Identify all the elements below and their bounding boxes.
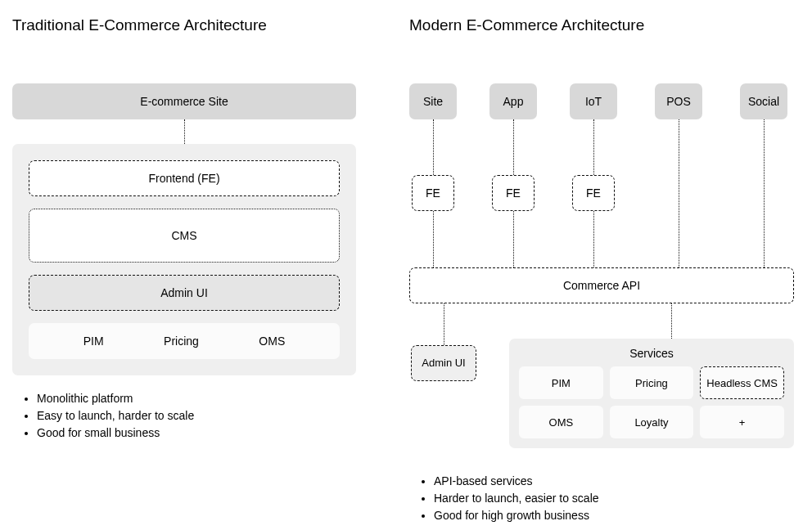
modern-column: Modern E-Commerce Architecture Site App …: [409, 16, 794, 524]
connector-line: [593, 119, 594, 175]
connector-line: [513, 119, 514, 175]
traditional-bullets: Monolithic platform Easy to launch, hard…: [12, 390, 356, 442]
frontend-box: Frontend (FE): [29, 160, 340, 196]
connector-line: [513, 211, 514, 267]
bullet-item: Harder to launch, easier to scale: [434, 490, 794, 507]
channel-site: Site: [409, 83, 457, 119]
channel-app: App: [489, 83, 537, 119]
ecommerce-site-box: E-commerce Site: [12, 83, 356, 119]
connector-line: [764, 119, 765, 267]
services-container: Services PIM Pricing Headless CMS OMS Lo…: [509, 339, 794, 448]
commerce-api-box: Commerce API: [409, 267, 794, 303]
connector-line: [184, 119, 185, 144]
service-loyalty: Loyalty: [610, 406, 694, 438]
services-title: Services: [519, 347, 784, 360]
bullet-item: Easy to launch, harder to scale: [37, 407, 356, 424]
service-pim: PIM: [83, 335, 104, 348]
bullet-item: Good for high growth business: [434, 507, 794, 524]
connector-line: [433, 119, 434, 175]
bullet-item: API-based services: [434, 473, 794, 490]
channel-iot: IoT: [570, 83, 617, 119]
connector-line: [444, 303, 444, 345]
modern-admin-box: Admin UI: [411, 345, 476, 381]
connector-line: [679, 119, 679, 267]
service-pim: PIM: [519, 366, 603, 399]
admin-ui-box: Admin UI: [29, 275, 340, 311]
traditional-title: Traditional E-Commerce Architecture: [12, 16, 356, 34]
service-more: +: [700, 406, 784, 438]
connector-line: [433, 211, 434, 267]
service-pricing: Pricing: [164, 335, 199, 348]
channel-pos: POS: [655, 83, 702, 119]
traditional-column: Traditional E-Commerce Architecture E-co…: [12, 16, 356, 524]
services-row: PIM Pricing OMS: [29, 323, 340, 359]
bullet-item: Monolithic platform: [37, 390, 356, 407]
modern-bullets: API-based services Harder to launch, eas…: [409, 473, 794, 524]
service-oms: OMS: [259, 335, 285, 348]
service-oms: OMS: [519, 406, 603, 438]
modern-canvas: Site App IoT POS Social FE FE FE Commerc…: [409, 83, 794, 468]
service-pricing: Pricing: [610, 366, 694, 399]
fe-box-2: FE: [492, 175, 535, 211]
connector-line: [593, 211, 594, 267]
modern-title: Modern E-Commerce Architecture: [409, 16, 794, 34]
monolith-container: Frontend (FE) CMS Admin UI PIM Pricing O…: [12, 144, 356, 375]
service-headless-cms: Headless CMS: [700, 366, 784, 399]
fe-box-1: FE: [412, 175, 454, 211]
fe-box-3: FE: [572, 175, 615, 211]
channel-social: Social: [740, 83, 787, 119]
cms-box: CMS: [29, 209, 340, 263]
bullet-item: Good for small business: [37, 424, 356, 442]
